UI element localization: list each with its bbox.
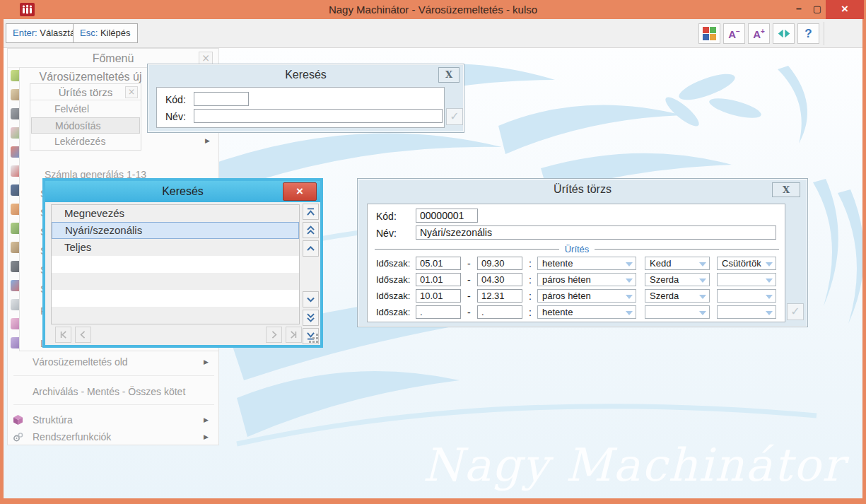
period-to-input[interactable] bbox=[477, 257, 522, 270]
day1-dropdown[interactable] bbox=[645, 305, 710, 319]
urites-section-separator: Ürítés bbox=[375, 244, 779, 254]
urites-dialog-title: Ürítés törzs bbox=[358, 179, 807, 200]
list-row-teljes[interactable]: Teljes bbox=[52, 239, 299, 256]
day1-dropdown[interactable]: Szerda bbox=[645, 273, 710, 286]
list-row-empty[interactable] bbox=[52, 273, 299, 290]
list-row-selected[interactable]: Nyári/szezonális bbox=[52, 222, 299, 239]
menu-action-lekerdezes[interactable]: Lekérdezés bbox=[31, 134, 140, 150]
period-to-input[interactable] bbox=[477, 273, 522, 286]
maximize-button[interactable] bbox=[809, 0, 826, 19]
search-list-dialog: Keresés Megnevezés Nyári/szezonális Telj… bbox=[42, 178, 323, 348]
enter-key-label: Enter: bbox=[13, 28, 37, 38]
minimize-button[interactable] bbox=[790, 0, 807, 19]
kod-input[interactable] bbox=[194, 92, 249, 106]
app-window: Nagy Machinátor - Városüzemeltetés - kul… bbox=[0, 0, 866, 504]
frequency-dropdown[interactable]: páros héten bbox=[537, 273, 636, 286]
menu-action-felvetel[interactable]: Felvétel bbox=[31, 101, 140, 117]
resize-grip[interactable] bbox=[310, 334, 318, 343]
period-to-input[interactable] bbox=[477, 289, 522, 303]
colon-label: : bbox=[529, 274, 532, 286]
resize-width-icon[interactable] bbox=[773, 23, 795, 44]
page-next-icon[interactable] bbox=[266, 327, 282, 343]
nev-label: Név: bbox=[165, 111, 186, 122]
close-button[interactable] bbox=[826, 0, 864, 19]
submenu-arrow-icon bbox=[204, 353, 209, 371]
menu-item-struktura[interactable]: Struktúra bbox=[8, 411, 218, 429]
period-from-input[interactable] bbox=[416, 273, 461, 286]
color-grid-icon[interactable] bbox=[698, 23, 720, 44]
font-smaller-icon[interactable]: A− bbox=[723, 23, 745, 44]
nev-label: Név: bbox=[376, 228, 397, 239]
kod-label: Kód: bbox=[165, 94, 186, 105]
submenu-arrow-icon bbox=[205, 135, 210, 146]
day1-dropdown[interactable]: Szerda bbox=[645, 289, 710, 303]
subsubmenu-close-icon[interactable] bbox=[125, 86, 138, 98]
scroll-up-icon[interactable] bbox=[303, 240, 319, 257]
submenu-arrow-icon bbox=[204, 411, 209, 429]
search-list-close-icon[interactable] bbox=[283, 182, 317, 201]
frequency-dropdown[interactable]: hetente bbox=[537, 305, 636, 319]
esc-exit-button[interactable]: Esc: Kilépés bbox=[73, 23, 138, 43]
urites-torzs-dialog: Ürítés törzs Kód: Név: Ürítés Időszak: -… bbox=[357, 178, 808, 327]
period-from-input[interactable] bbox=[416, 257, 461, 270]
period-to-input[interactable] bbox=[477, 305, 522, 319]
period-label: Időszak: bbox=[376, 258, 410, 269]
subsubmenu-title: Ürítés törzs bbox=[30, 84, 141, 100]
content-area: Nagy Machinátor Főmenü Városüzemeltetés … bbox=[4, 48, 862, 498]
toolbar-separator bbox=[824, 22, 824, 45]
page-prev-icon[interactable] bbox=[75, 327, 91, 343]
nev-input[interactable] bbox=[194, 109, 443, 123]
day2-dropdown[interactable] bbox=[717, 273, 776, 286]
help-icon[interactable]: ? bbox=[797, 23, 819, 44]
period-label: Időszak: bbox=[376, 274, 410, 285]
frequency-dropdown[interactable]: páros héten bbox=[537, 289, 636, 303]
urites-section-title: Ürítés bbox=[559, 244, 595, 254]
page-first-icon[interactable] bbox=[55, 327, 71, 343]
confirm-check-icon[interactable] bbox=[446, 108, 463, 125]
dash-label: - bbox=[467, 307, 471, 318]
menu-action-modositas[interactable]: Módosítás bbox=[31, 117, 140, 134]
scroll-first-icon[interactable] bbox=[303, 204, 319, 220]
search-form-close-icon[interactable] bbox=[438, 67, 460, 83]
menu-item-archivalas[interactable]: Archiválás - Mentés - Összes kötet bbox=[8, 382, 218, 401]
frequency-dropdown[interactable]: hetente bbox=[537, 257, 636, 270]
page-last-icon[interactable] bbox=[286, 327, 302, 343]
period-label: Időszak: bbox=[376, 307, 410, 317]
scroll-pagedown-icon[interactable] bbox=[303, 310, 319, 326]
day2-dropdown[interactable]: Csütörtök bbox=[717, 257, 776, 270]
dash-label: - bbox=[467, 258, 471, 269]
period-from-input[interactable] bbox=[416, 289, 461, 303]
urites-close-icon[interactable] bbox=[772, 182, 800, 197]
list-row-empty[interactable] bbox=[52, 307, 299, 324]
scroll-down-icon[interactable] bbox=[303, 291, 319, 307]
font-larger-icon[interactable]: A+ bbox=[748, 23, 770, 44]
search-form-title: Keresés bbox=[148, 64, 464, 86]
result-list: Megnevezés Nyári/szezonális Teljes bbox=[51, 204, 300, 324]
list-row-empty[interactable] bbox=[52, 290, 299, 307]
colon-label: : bbox=[529, 307, 532, 318]
menu-item-varosuzemeltetes-old[interactable]: Városüzemeltetés old bbox=[8, 353, 218, 371]
confirm-check-icon[interactable] bbox=[787, 303, 804, 320]
search-list-title: Keresés bbox=[45, 181, 320, 202]
toolbar: Enter: Választás Esc: Kilépés A− A+ ? bbox=[4, 19, 862, 48]
kod-label: Kód: bbox=[376, 211, 397, 222]
menu-item-rendszerfunkciok[interactable]: Rendszerfunkciók bbox=[8, 428, 218, 445]
day2-dropdown[interactable] bbox=[717, 289, 776, 303]
list-row-empty[interactable] bbox=[52, 256, 299, 273]
colon-label: : bbox=[529, 291, 532, 302]
day2-dropdown[interactable] bbox=[717, 305, 776, 319]
day1-dropdown[interactable]: Kedd bbox=[645, 257, 710, 270]
period-label: Időszak: bbox=[376, 291, 410, 301]
scroll-pageup-icon[interactable] bbox=[303, 222, 319, 238]
period-from-input[interactable] bbox=[416, 305, 461, 319]
esc-text-label: Kilépés bbox=[98, 28, 130, 38]
nev-input[interactable] bbox=[416, 225, 776, 240]
menu-separator bbox=[13, 404, 214, 405]
cube-icon bbox=[13, 414, 23, 425]
list-row-megnevezes[interactable]: Megnevezés bbox=[52, 205, 299, 222]
menu-separator bbox=[13, 375, 214, 376]
search-form-dialog: Keresés Kód: Név: bbox=[147, 64, 464, 133]
esc-key-label: Esc: bbox=[80, 28, 98, 38]
kod-input[interactable] bbox=[416, 209, 478, 223]
title-bar: Nagy Machinátor - Városüzemeltetés - kul… bbox=[0, 0, 866, 19]
